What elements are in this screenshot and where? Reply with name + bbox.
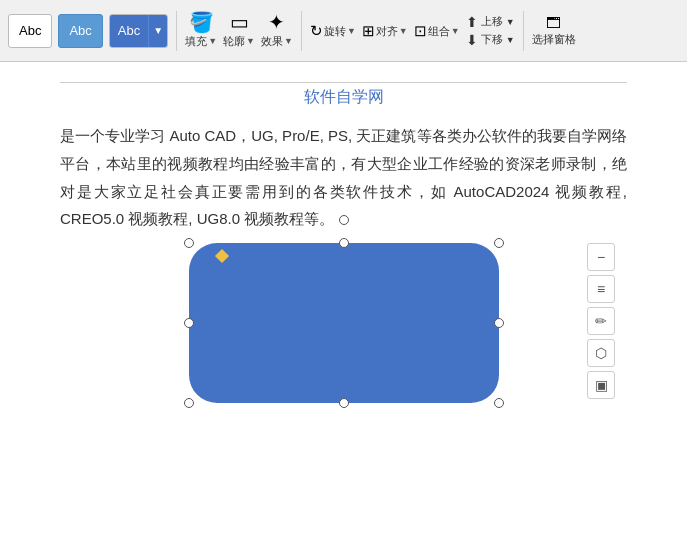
page-title: 软件自学网: [60, 87, 627, 108]
up-arrow: ▼: [506, 17, 515, 27]
effect-icon: ✦: [268, 12, 285, 32]
rt-btn-frame[interactable]: ▣: [587, 371, 615, 399]
style-btn-3-label: Abc: [110, 15, 148, 47]
outline-icon: ▭: [230, 12, 249, 32]
fill-label: 填充: [185, 34, 207, 49]
handle-bot-center[interactable]: [339, 398, 349, 408]
effect-label: 效果: [261, 34, 283, 49]
handle-bot-right[interactable]: [494, 398, 504, 408]
group-label: 组合: [428, 24, 450, 39]
group-group[interactable]: ⊡ 组合 ▼: [414, 22, 460, 39]
divider-2: [301, 11, 302, 51]
outline-group[interactable]: ▭ 轮廓 ▼: [223, 12, 255, 49]
style-dropdown-arrow[interactable]: ▼: [148, 15, 167, 47]
align-arrow: ▼: [399, 26, 408, 36]
rt-btn-list[interactable]: ≡: [587, 275, 615, 303]
divider-3: [523, 11, 524, 51]
effect-group[interactable]: ✦ 效果 ▼: [261, 12, 293, 49]
select-pane-icon: 🗔: [546, 15, 561, 30]
down-item[interactable]: ⬇ 下移 ▼: [466, 32, 515, 48]
select-pane-group[interactable]: 🗔 选择窗格: [532, 15, 576, 47]
handle-top-left[interactable]: [184, 238, 194, 248]
rt-btn-shape[interactable]: ⬡: [587, 339, 615, 367]
style-button-1[interactable]: Abc: [8, 14, 52, 48]
divider-1: [176, 11, 177, 51]
fill-group[interactable]: 🪣 填充 ▼: [185, 12, 217, 49]
rt-btn-minus[interactable]: −: [587, 243, 615, 271]
group-icon: ⊡: [414, 23, 427, 38]
down-label: 下移: [481, 32, 503, 47]
rotate-handle[interactable]: [339, 215, 349, 225]
handle-mid-right[interactable]: [494, 318, 504, 328]
main-toolbar: Abc Abc Abc ▼ 🪣 填充 ▼ ▭ 轮廓 ▼ ✦ 效果 ▼ ↻ 旋转: [0, 0, 687, 62]
outline-arrow: ▼: [246, 36, 255, 46]
rotate-label: 旋转: [324, 24, 346, 39]
style-button-2[interactable]: Abc: [58, 14, 102, 48]
select-pane-label: 选择窗格: [532, 32, 576, 47]
group-arrow: ▼: [451, 26, 460, 36]
up-icon: ⬆: [466, 14, 478, 30]
style-dropdown[interactable]: Abc ▼: [109, 14, 168, 48]
effect-arrow: ▼: [284, 36, 293, 46]
handle-top-right[interactable]: [494, 238, 504, 248]
right-toolbar: − ≡ ✏ ⬡ ▣: [587, 243, 615, 399]
content-area: 软件自学网 是一个专业学习 Auto CAD，UG, Pro/E, PS, 天正…: [0, 62, 687, 415]
rounded-rect-shape[interactable]: [189, 243, 499, 403]
rt-btn-pen[interactable]: ✏: [587, 307, 615, 335]
fill-arrow: ▼: [208, 36, 217, 46]
down-arrow: ▼: [506, 35, 515, 45]
handle-top-center[interactable]: [339, 238, 349, 248]
rotate-arrow: ▼: [347, 26, 356, 36]
fill-icon: 🪣: [189, 12, 214, 32]
up-label: 上移: [481, 14, 503, 29]
rotate-icon: ↻: [310, 23, 323, 38]
align-label: 对齐: [376, 24, 398, 39]
shape-container[interactable]: [189, 243, 499, 403]
handle-bot-left[interactable]: [184, 398, 194, 408]
align-icon: ⊞: [362, 23, 375, 38]
separator-line: [60, 82, 627, 83]
updown-group[interactable]: ⬆ 上移 ▼ ⬇ 下移 ▼: [466, 14, 515, 48]
shape-area: − ≡ ✏ ⬡ ▣: [60, 243, 627, 403]
up-item[interactable]: ⬆ 上移 ▼: [466, 14, 515, 30]
align-group[interactable]: ⊞ 对齐 ▼: [362, 22, 408, 39]
outline-label: 轮廓: [223, 34, 245, 49]
handle-mid-left[interactable]: [184, 318, 194, 328]
down-icon: ⬇: [466, 32, 478, 48]
rotate-group[interactable]: ↻ 旋转 ▼: [310, 22, 356, 39]
